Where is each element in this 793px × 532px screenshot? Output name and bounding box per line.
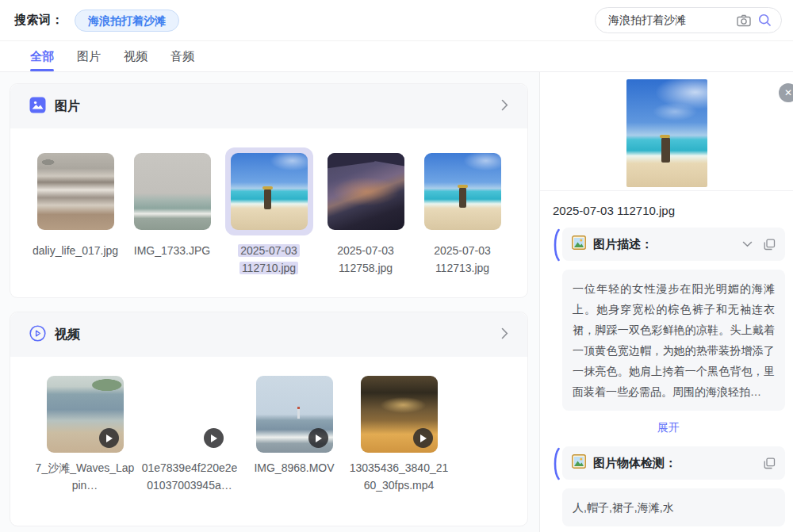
tab-audio[interactable]: 音频 xyxy=(170,41,194,71)
close-icon[interactable]: ✕ xyxy=(779,83,793,102)
results-column: 图片 daliy_life_017.jpg IMG xyxy=(0,72,539,532)
chevron-down-icon[interactable] xyxy=(742,241,753,247)
videos-card-header[interactable]: 视频 xyxy=(10,312,527,357)
tab-all[interactable]: 全部 xyxy=(30,41,54,71)
image-filename: 2025-07-03 112713.jpg xyxy=(413,242,511,277)
video-filename: 13035436_3840_2160_30fps.mp4 xyxy=(349,459,449,494)
video-thumbnail[interactable] xyxy=(361,376,438,453)
camera-icon[interactable] xyxy=(737,14,751,27)
image-item[interactable]: 2025-07-03 112758.jpg xyxy=(321,147,410,277)
description-header[interactable]: 图片描述： xyxy=(562,228,785,261)
detail-panel: ✕ 2025-07-03 112710.jpg xyxy=(539,72,793,532)
detail-filename: 2025-07-03 112710.jpg xyxy=(553,204,785,217)
image-item[interactable]: IMG_1733.JPG xyxy=(128,147,216,277)
images-card: 图片 daliy_life_017.jpg IMG xyxy=(10,83,528,298)
videos-card: 视频 7_沙滩_Waves_Lappin… 01e xyxy=(10,312,528,526)
magnifier-icon[interactable] xyxy=(758,13,772,27)
framed-picture-icon xyxy=(572,235,586,253)
media-search-app: 搜索词： 海浪拍打着沙滩 全部 图片 视频 音频 xyxy=(0,0,793,532)
video-filename: 01e7839e4f220e2e01037003945a… xyxy=(140,459,239,494)
section-accent xyxy=(553,447,560,484)
search-box[interactable] xyxy=(595,7,782,33)
person-silhouette xyxy=(661,137,670,163)
play-badge-icon xyxy=(99,428,119,448)
result-type-tabs: 全部 图片 视频 音频 xyxy=(0,41,793,72)
image-thumbnail[interactable] xyxy=(328,153,404,230)
object-detection-section: 图片物体检测： 人,帽子,裙子,海滩,水 xyxy=(552,446,785,526)
play-badge-icon xyxy=(308,428,328,448)
person-silhouette xyxy=(264,189,271,209)
object-detection-header[interactable]: 图片物体检测： xyxy=(562,446,785,480)
video-thumbnail[interactable] xyxy=(256,376,333,453)
video-item[interactable]: 01e7839e4f220e2e01037003945a… xyxy=(139,376,240,494)
top-bar: 搜索词： 海浪拍打着沙滩 xyxy=(0,0,793,41)
tab-videos[interactable]: 视频 xyxy=(124,41,147,71)
search-input[interactable] xyxy=(608,14,730,27)
video-filename: 7_沙滩_Waves_Lappin… xyxy=(35,459,135,494)
expand-link[interactable]: 展开 xyxy=(552,421,785,435)
object-detection-text: 人,帽子,裙子,海滩,水 xyxy=(562,488,785,526)
main-area: 图片 daliy_life_017.jpg IMG xyxy=(0,72,793,532)
video-filename: IMG_8968.MOV xyxy=(244,459,344,477)
images-card-header[interactable]: 图片 xyxy=(10,84,527,128)
search-term-label: 搜索词： xyxy=(14,13,63,28)
image-thumbnails: daliy_life_017.jpg IMG_1733.JPG 2025-07-… xyxy=(10,128,527,297)
video-item[interactable]: IMG_8968.MOV xyxy=(243,376,345,494)
play-badge-icon xyxy=(413,428,433,448)
chevron-right-icon[interactable] xyxy=(501,327,508,343)
detail-body: 2025-07-03 112710.jpg xyxy=(540,191,793,532)
video-item[interactable]: 13035436_3840_2160_30fps.mp4 xyxy=(348,376,450,494)
person-silhouette xyxy=(459,187,466,208)
video-thumbnail[interactable] xyxy=(151,376,228,453)
section-accent xyxy=(553,228,560,265)
copy-icon[interactable] xyxy=(764,457,776,469)
image-item[interactable]: 2025-07-03 112713.jpg xyxy=(418,147,507,277)
video-thumbnails: 7_沙滩_Waves_Lappin… 01e7839e4f220e2e01037… xyxy=(10,357,527,515)
description-section: 图片描述： xyxy=(552,228,785,435)
image-filename: 2025-07-03 112710.jpg xyxy=(220,242,318,277)
image-item-selected[interactable]: 2025-07-03 112710.jpg xyxy=(224,147,313,277)
image-thumbnail[interactable] xyxy=(134,153,211,230)
image-thumbnail[interactable] xyxy=(231,153,308,230)
images-card-title: 图片 xyxy=(55,98,80,115)
object-detection-title: 图片物体检测： xyxy=(593,456,676,471)
image-thumbnail[interactable] xyxy=(37,153,114,230)
image-section-icon xyxy=(29,97,46,117)
video-item[interactable]: 7_沙滩_Waves_Lappin… xyxy=(34,376,136,494)
copy-icon[interactable] xyxy=(764,239,776,251)
play-circle-icon xyxy=(29,325,46,345)
preview-area: ✕ xyxy=(540,72,793,191)
image-filename: 2025-07-03 112758.jpg xyxy=(316,242,415,277)
framed-picture-icon xyxy=(572,454,586,472)
videos-card-title: 视频 xyxy=(55,327,80,343)
preview-image[interactable] xyxy=(626,79,707,187)
description-text: 一位年轻的女性漫步在阳光明媚的海滩上。她身穿宽松的棕色裤子和无袖连衣裙，脚踩一双… xyxy=(562,270,785,411)
chevron-right-icon[interactable] xyxy=(501,99,508,114)
play-badge-icon xyxy=(204,428,224,448)
description-title: 图片描述： xyxy=(593,237,653,252)
selection-highlight[interactable] xyxy=(225,147,313,235)
image-thumbnail[interactable] xyxy=(424,153,501,230)
video-thumbnail[interactable] xyxy=(47,376,124,453)
search-term-tag[interactable]: 海浪拍打着沙滩 xyxy=(75,10,179,32)
tab-images[interactable]: 图片 xyxy=(77,41,101,71)
image-filename: IMG_1733.JPG xyxy=(123,242,221,259)
image-item[interactable]: daliy_life_017.jpg xyxy=(31,147,120,277)
image-filename: daliy_life_017.jpg xyxy=(26,242,125,259)
